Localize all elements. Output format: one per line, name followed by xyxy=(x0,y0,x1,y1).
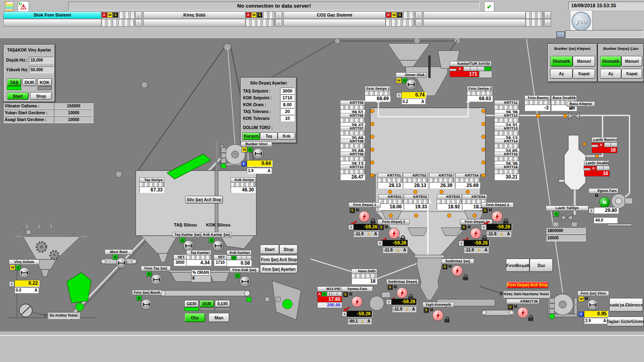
ileri-button[interactable]: İLERİ xyxy=(215,300,230,307)
desarj-manuel-button[interactable]: Manuel xyxy=(621,56,642,67)
yuksek-hiz-input[interactable]: 50.000 xyxy=(29,66,54,73)
baca-klepesi-mode[interactable]: M xyxy=(569,106,572,111)
firin-tas-sarj-motor[interactable] xyxy=(151,274,162,285)
tas-kantari-meter[interactable]: Taş Kantarı4.34 xyxy=(186,250,211,266)
tab-co2-gaz-sistemi[interactable]: CO2 Gaz Sistemi xyxy=(283,11,386,19)
lavor-counter-1[interactable]: 1800000 xyxy=(546,227,586,234)
tas-tolerans-value[interactable]: 20 xyxy=(280,108,295,115)
meter-krte02[interactable]: KRTE0219.33 xyxy=(404,194,429,210)
sarj-ac-button[interactable]: Aç xyxy=(550,69,573,79)
oto-button[interactable]: Oto xyxy=(184,313,205,322)
lavor-counter-2[interactable]: 10000 xyxy=(546,234,586,241)
meter-krtt16[interactable]: KRTT1630.21 xyxy=(494,165,519,180)
man-button[interactable]: Man xyxy=(208,313,229,322)
yayli-konveyor-motor[interactable] xyxy=(432,310,444,321)
new-window-icon[interactable]: ✶ xyxy=(5,2,14,11)
firin-desarj2-motor[interactable] xyxy=(388,228,400,239)
sizdirmaz-sarj-motor[interactable] xyxy=(452,265,463,276)
firin-seviye-2-meter[interactable]: Fırın Seviye 268.63 xyxy=(467,86,493,102)
firin-basinc-meter[interactable]: Fırın Basınç-3 xyxy=(524,95,550,111)
taglari-gizle-goster-button[interactable]: Tagları Gizle/Göster xyxy=(607,317,644,327)
kok-tolerans-value[interactable]: 10 xyxy=(280,115,295,121)
kok-orani-value[interactable]: 8.00 xyxy=(280,101,295,108)
kantar-tur-meter[interactable]: Kantar/TUR SAYISI A 171 xyxy=(450,61,491,77)
workstation-icon[interactable] xyxy=(556,31,565,38)
meter-krtt02[interactable]: KRTT0228.13 xyxy=(403,173,428,189)
tab-slot-2b[interactable] xyxy=(143,19,246,27)
micir-bant-motor[interactable] xyxy=(116,257,127,269)
bunker-vinci-motor[interactable] xyxy=(253,148,264,159)
kok-set-value[interactable]: 1710 xyxy=(214,259,227,266)
tab2-alarm-badge[interactable]: A xyxy=(246,12,251,18)
sizdirmaz-desarj-motor[interactable] xyxy=(396,287,408,298)
firin-bosalt-button[interactable]: FırınBoşalt xyxy=(506,259,530,272)
tas-kantar-sarj-motor[interactable] xyxy=(183,240,194,251)
meter-krtt10[interactable]: KRTT1028.47 xyxy=(340,165,365,180)
tab1-alarm-badge[interactable]: A xyxy=(101,12,107,18)
desarj-otomatik-button[interactable]: Otomatik xyxy=(600,56,621,67)
firin-desarj1-motor[interactable] xyxy=(359,211,370,222)
tab4b-dropdown[interactable]: ↓ xyxy=(544,19,551,27)
alarm-icon[interactable]: ⚠ ↻ xyxy=(18,1,29,12)
meter-krtt01[interactable]: KRTT0128.13 xyxy=(378,173,402,189)
dolum-kok-button[interactable]: Kok xyxy=(278,132,295,140)
egzoz-fani-setpoint[interactable]: 44.0 xyxy=(594,217,617,223)
m13-pid-controller[interactable]: M13 PID AAI 17.60 200.00 xyxy=(317,286,342,308)
tab3-warning-badge[interactable]: W xyxy=(391,12,397,18)
tab4-dropdown[interactable]: ↓ xyxy=(544,11,551,19)
meter-krtt04[interactable]: KRTT0425.69 xyxy=(455,173,480,189)
tab2b-dropdown[interactable]: ↓ xyxy=(275,19,282,27)
tas-setpoint-value[interactable]: 3000 xyxy=(280,88,295,94)
doner-oluk-motor[interactable] xyxy=(406,79,417,90)
firin-stop-button[interactable]: Stop xyxy=(279,245,298,254)
sarj-otomatik-button[interactable]: Otomatik xyxy=(550,56,573,67)
lavor-basinci-meter[interactable]: Lavör Basıncı A 16 xyxy=(592,137,617,153)
tab3-alarm-badge[interactable]: A xyxy=(386,12,391,18)
geri-button[interactable]: GERİ xyxy=(184,300,199,307)
tab1b-dropdown[interactable]: ↓ xyxy=(135,19,142,27)
tab-slot-4b[interactable] xyxy=(423,19,526,27)
kok-seviye-meter[interactable]: Kok Seviye46.30 xyxy=(231,177,256,193)
tab-slot-4[interactable] xyxy=(423,11,526,19)
tas-set-value[interactable]: 3000 xyxy=(173,259,186,266)
firin-sarj-bandi-motor[interactable] xyxy=(141,299,152,310)
yukari-gecikme-value[interactable]: 10000 xyxy=(54,109,93,116)
firin-sarj-acil-stop-button[interactable]: Fırın Şarj Acil Stop xyxy=(260,255,298,264)
tab1-dropdown[interactable]: ↓ xyxy=(135,11,142,19)
firin-seviye-1-meter[interactable]: Fırın Seviye 168.69 xyxy=(365,86,390,102)
desarj-ac-button[interactable]: Aç xyxy=(600,69,621,79)
tab3-dropdown[interactable]: ↓ xyxy=(415,11,422,19)
tab-kirec-sutu[interactable]: Kireç Sütü xyxy=(143,11,246,19)
silo-sarj-acil-stop-button[interactable]: Silo Şarj Acil Stop xyxy=(185,196,223,204)
tab2-status-badge[interactable]: S xyxy=(257,12,262,18)
egzoz-fani-motor[interactable]: M xyxy=(599,197,610,208)
tas-button[interactable]: TAŞ xyxy=(7,78,21,86)
tab3-status-badge[interactable]: S xyxy=(397,12,402,18)
kok-button[interactable]: KOK xyxy=(37,78,52,86)
scada-ekle-button[interactable]: cada'ya Eklenece xyxy=(609,298,643,312)
kok-setpoint-value[interactable]: 1710 xyxy=(280,95,295,101)
tab2-warning-badge[interactable]: W xyxy=(251,12,257,18)
kok-kantar-sarj-motor[interactable] xyxy=(213,240,224,251)
dolum-karisim-button[interactable]: Karışım xyxy=(242,132,260,140)
tab2-dropdown[interactable]: ↓ xyxy=(275,11,282,19)
asagi-gecikme-value[interactable]: 10000 xyxy=(54,116,93,123)
firin-kok-sarj-motor[interactable] xyxy=(239,276,251,287)
sarj-kapat-button[interactable]: Kapat xyxy=(573,69,595,79)
tas-seviye-meter[interactable]: Taş Seviye67.33 xyxy=(139,177,164,193)
sarj-manuel-button[interactable]: Manuel xyxy=(573,56,595,67)
lavor-sicakligi-meter[interactable]: Lavör Sıcaklığı A 16 xyxy=(584,160,610,177)
vinc-stop-button[interactable]: Stop xyxy=(30,92,52,100)
meter-krte01[interactable]: KRTE0118.06 xyxy=(378,194,403,210)
vinc-dolum-motor[interactable] xyxy=(19,267,30,278)
yanma-fani-motor[interactable] xyxy=(351,296,363,307)
dolum-tas-button[interactable]: Taş xyxy=(260,132,278,140)
firin-start-button[interactable]: Start xyxy=(260,245,279,254)
tab-stok-firin-sistemi[interactable]: Stok Fırın Sistemi xyxy=(3,11,101,19)
desarj-kapat-button[interactable]: Kapat xyxy=(621,69,642,79)
tab1-status-badge[interactable]: S xyxy=(113,12,118,18)
vibrator-calisma-value[interactable]: 150000 xyxy=(54,103,93,109)
firin-desarj-acil-stop-button[interactable]: Fırın Deşarj Acil Stop xyxy=(506,281,549,289)
tab-slot-1b[interactable] xyxy=(3,19,101,27)
firin-sarj-ayarlari-button[interactable]: Fırın Şarj Ayarları xyxy=(260,265,298,274)
